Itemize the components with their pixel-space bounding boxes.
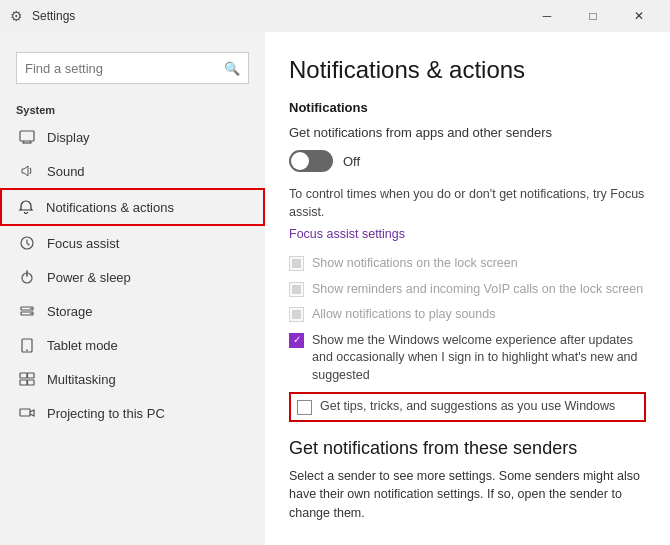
sidebar-item-tablet[interactable]: Tablet mode	[0, 328, 265, 362]
search-box[interactable]: 🔍	[16, 52, 249, 84]
welcome-label: Show me the Windows welcome experience a…	[312, 332, 646, 385]
focus-label: Focus assist	[47, 236, 119, 251]
tablet-icon	[19, 337, 35, 353]
tips-label: Get tips, tricks, and suggestions as you…	[320, 398, 615, 416]
settings-icon: ⚙	[8, 8, 24, 24]
toggle-description: Get notifications from apps and other se…	[289, 125, 646, 140]
storage-label: Storage	[47, 304, 93, 319]
title-bar-text: Settings	[32, 9, 524, 23]
sounds-checkbox[interactable]	[289, 307, 304, 322]
focus-icon	[19, 235, 35, 251]
power-label: Power & sleep	[47, 270, 131, 285]
reminders-checkbox[interactable]	[289, 282, 304, 297]
display-label: Display	[47, 130, 90, 145]
svg-rect-12	[20, 373, 27, 378]
display-icon	[19, 129, 35, 145]
sidebar-section-label: System	[0, 92, 265, 120]
svg-rect-0	[20, 131, 34, 141]
get-notif-desc: Select a sender to see more settings. So…	[289, 467, 646, 523]
projecting-icon	[19, 405, 35, 421]
sounds-label: Allow notifications to play sounds	[312, 306, 495, 324]
power-icon	[19, 269, 35, 285]
sidebar-header: 🔍	[0, 32, 265, 92]
svg-point-8	[30, 308, 32, 310]
welcome-checkbox[interactable]	[289, 333, 304, 348]
notifications-label: Notifications & actions	[46, 200, 174, 215]
minimize-button[interactable]: ─	[524, 0, 570, 32]
get-notif-title: Get notifications from these senders	[289, 438, 646, 459]
sidebar-item-storage[interactable]: Storage	[0, 294, 265, 328]
app-body: 🔍 System Display Sound Notifications & a…	[0, 32, 670, 545]
tablet-label: Tablet mode	[47, 338, 118, 353]
maximize-button[interactable]: □	[570, 0, 616, 32]
multitasking-icon	[19, 371, 35, 387]
toggle-row: Off	[289, 150, 646, 172]
section-title: Notifications	[289, 100, 646, 115]
checkbox-tips-outlined-row[interactable]: Get tips, tricks, and suggestions as you…	[289, 392, 646, 422]
checkbox-sounds: Allow notifications to play sounds	[289, 306, 646, 324]
sound-icon	[19, 163, 35, 179]
svg-rect-15	[28, 380, 35, 385]
toggle-knob	[291, 152, 309, 170]
sidebar-item-power[interactable]: Power & sleep	[0, 260, 265, 294]
svg-point-9	[30, 313, 32, 315]
search-icon: 🔍	[224, 61, 240, 76]
toggle-state-label: Off	[343, 154, 360, 169]
page-title: Notifications & actions	[289, 56, 646, 84]
lock-screen-label: Show notifications on the lock screen	[312, 255, 518, 273]
projecting-label: Projecting to this PC	[47, 406, 165, 421]
checkbox-reminders: Show reminders and incoming VoIP calls o…	[289, 281, 646, 299]
notifications-icon	[18, 199, 34, 215]
checkbox-welcome: Show me the Windows welcome experience a…	[289, 332, 646, 385]
svg-rect-13	[28, 373, 35, 378]
sidebar-item-focus[interactable]: Focus assist	[0, 226, 265, 260]
sound-label: Sound	[47, 164, 85, 179]
focus-assist-link[interactable]: Focus assist settings	[289, 227, 405, 241]
reminders-label: Show reminders and incoming VoIP calls o…	[312, 281, 643, 299]
focus-assist-hint: To control times when you do or don't ge…	[289, 186, 646, 221]
sidebar-item-notifications[interactable]: Notifications & actions	[0, 188, 265, 226]
notifications-toggle[interactable]	[289, 150, 333, 172]
storage-icon	[19, 303, 35, 319]
search-input[interactable]	[25, 61, 224, 76]
sidebar: 🔍 System Display Sound Notifications & a…	[0, 32, 265, 545]
svg-rect-16	[20, 409, 30, 416]
sidebar-item-display[interactable]: Display	[0, 120, 265, 154]
svg-rect-14	[20, 380, 27, 385]
sidebar-item-sound[interactable]: Sound	[0, 154, 265, 188]
sidebar-item-projecting[interactable]: Projecting to this PC	[0, 396, 265, 430]
checkbox-lock-screen: Show notifications on the lock screen	[289, 255, 646, 273]
sidebar-item-multitasking[interactable]: Multitasking	[0, 362, 265, 396]
lock-screen-checkbox[interactable]	[289, 256, 304, 271]
multitasking-label: Multitasking	[47, 372, 116, 387]
tips-checkbox[interactable]	[297, 400, 312, 415]
title-bar-controls: ─ □ ✕	[524, 0, 662, 32]
content-area: Notifications & actions Notifications Ge…	[265, 32, 670, 545]
close-button[interactable]: ✕	[616, 0, 662, 32]
title-bar: ⚙ Settings ─ □ ✕	[0, 0, 670, 32]
